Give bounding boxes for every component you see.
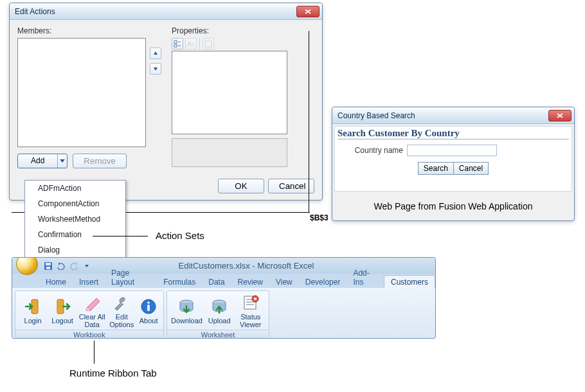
country-name-input[interactable] xyxy=(407,145,497,156)
about-button[interactable]: About xyxy=(138,296,159,325)
menu-item-confirmation[interactable]: Confirmation xyxy=(25,227,125,242)
eraser-icon xyxy=(82,292,102,313)
redo-icon[interactable] xyxy=(69,261,79,271)
download-button[interactable]: Download xyxy=(171,296,203,325)
members-label: Members: xyxy=(17,26,161,35)
save-icon[interactable] xyxy=(43,261,53,271)
callout-runtime-ribbon: Runtime Ribbon Tab xyxy=(69,368,157,379)
info-icon xyxy=(138,296,159,317)
country-search-caption: Web Page from Fusion Web Application xyxy=(332,193,574,220)
svg-rect-6 xyxy=(46,263,51,265)
tab-insert[interactable]: Insert xyxy=(73,276,105,288)
tab-home[interactable]: Home xyxy=(39,276,73,288)
search-heading: Search Customer By Country xyxy=(338,128,569,139)
property-pages-icon[interactable] xyxy=(203,38,214,49)
ok-button[interactable]: OK xyxy=(218,179,264,193)
add-button-dropdown[interactable] xyxy=(58,154,67,168)
menu-item-adfmaction[interactable]: ADFmAction xyxy=(25,181,125,196)
logout-button[interactable]: Logout xyxy=(49,296,76,325)
callout-line-ribbon xyxy=(94,341,94,364)
properties-label: Properties: xyxy=(172,26,287,35)
status-viewer-button[interactable]: Status Viewer xyxy=(236,292,265,328)
edit-actions-title: Edit Actions xyxy=(15,7,296,16)
svg-rect-4 xyxy=(205,40,212,47)
remove-button[interactable]: Remove xyxy=(73,154,127,168)
move-up-button[interactable] xyxy=(150,48,161,59)
tab-formulas[interactable]: Formulas xyxy=(157,276,202,288)
tab-developer[interactable]: Developer xyxy=(299,276,347,288)
svg-rect-0 xyxy=(174,40,177,43)
cell-reference: $B$3 xyxy=(310,213,328,222)
worksheet-group-title: Worksheet xyxy=(167,330,269,339)
logout-icon xyxy=(52,296,73,317)
tab-addins[interactable]: Add-Ins xyxy=(346,267,384,288)
tab-view[interactable]: View xyxy=(269,276,299,288)
tab-page-layout[interactable]: Page Layout xyxy=(105,267,157,288)
undo-icon[interactable] xyxy=(56,261,66,271)
properties-description xyxy=(172,138,287,167)
country-search-title: Country Based Search xyxy=(338,111,548,120)
clear-all-data-button[interactable]: Clear All Data xyxy=(78,292,105,328)
tab-customers[interactable]: Customers xyxy=(384,275,435,288)
properties-grid[interactable] xyxy=(172,51,287,134)
dialog-shadow-right xyxy=(309,31,309,213)
cs-cancel-button[interactable]: Cancel xyxy=(453,162,489,175)
add-button-label: Add xyxy=(18,154,58,168)
edit-options-button[interactable]: Edit Options xyxy=(108,292,135,328)
svg-rect-14 xyxy=(147,305,150,311)
menu-item-worksheetmethod[interactable]: WorksheetMethod xyxy=(25,211,125,227)
cancel-button[interactable]: Cancel xyxy=(268,179,314,193)
menu-item-dialog[interactable]: Dialog xyxy=(25,242,125,258)
callout-line-actionsets xyxy=(93,236,148,236)
login-button[interactable]: Login xyxy=(19,296,46,325)
add-button[interactable]: Add xyxy=(17,154,68,168)
download-icon xyxy=(176,296,197,317)
tab-data[interactable]: Data xyxy=(202,276,231,288)
qat-customize-icon[interactable] xyxy=(82,261,92,271)
status-viewer-icon xyxy=(240,292,261,313)
edit-actions-close-button[interactable] xyxy=(296,6,320,17)
ribbon-tabs: Home Insert Page Layout Formulas Data Re… xyxy=(12,274,435,288)
menu-item-componentaction[interactable]: ComponentAction xyxy=(25,196,125,211)
svg-rect-7 xyxy=(46,267,50,269)
workbook-group-title: Workbook xyxy=(15,330,163,339)
wrench-icon xyxy=(111,292,132,313)
upload-icon xyxy=(209,296,230,317)
tab-review[interactable]: Review xyxy=(231,276,269,288)
svg-point-13 xyxy=(147,301,150,304)
login-icon xyxy=(22,296,43,317)
members-listbox[interactable] xyxy=(17,38,146,147)
alpha-sort-icon[interactable]: A↓ xyxy=(185,38,197,49)
callout-actionsets: Action Sets xyxy=(156,230,204,241)
categorized-icon[interactable] xyxy=(172,38,183,49)
search-button[interactable]: Search xyxy=(418,162,454,175)
office-button[interactable] xyxy=(16,257,38,275)
svg-rect-1 xyxy=(174,44,177,47)
add-menu: ADFmAction ComponentAction WorksheetMeth… xyxy=(24,180,126,258)
move-down-button[interactable] xyxy=(150,63,161,75)
country-search-close-button[interactable] xyxy=(548,110,572,121)
upload-button[interactable]: Upload xyxy=(205,296,234,325)
country-name-label: Country name xyxy=(349,146,407,155)
